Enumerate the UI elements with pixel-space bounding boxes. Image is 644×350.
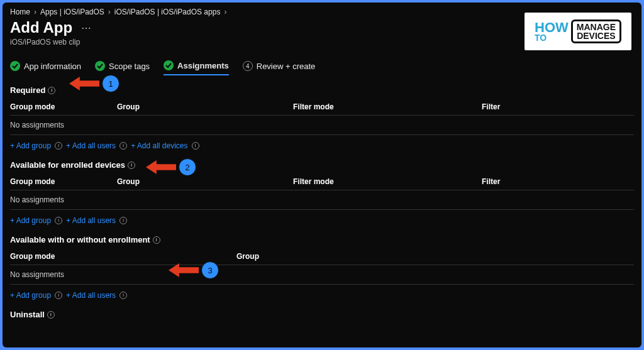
info-icon[interactable]: i [192, 142, 199, 150]
section-title-text: Available with or without enrollment [10, 235, 150, 244]
add-group-link[interactable]: + Add group [10, 141, 51, 150]
step-number-icon: 4 [243, 61, 253, 71]
no-assignments-text: No assignments [10, 270, 64, 279]
logo-manage-devices: MANAGEDEVICES [571, 19, 621, 43]
table-row-empty: No assignments [10, 265, 634, 285]
add-group-link[interactable]: + Add group [10, 291, 51, 300]
no-assignments-text: No assignments [10, 195, 64, 204]
step-scope-tags[interactable]: Scope tags [95, 60, 150, 75]
section-title-enrolled: Available for enrolled devices i [10, 160, 634, 170]
check-icon [164, 60, 174, 70]
header-group: Group [117, 102, 293, 111]
how-to-manage-devices-logo: HOWTO MANAGEDEVICES [525, 13, 631, 50]
step-label: Scope tags [109, 62, 150, 71]
chevron-right-icon: › [224, 8, 226, 16]
table-row-empty: No assignments [10, 190, 634, 210]
section-title-uninstall: Uninstall i [10, 310, 634, 319]
app-frame: Home › Apps | iOS/iPadOS › iOS/iPadOS | … [3, 3, 641, 347]
info-icon[interactable]: i [119, 292, 127, 299]
breadcrumb-apps[interactable]: Apps | iOS/iPadOS [40, 8, 104, 16]
header-filter-mode: Filter mode [293, 177, 482, 186]
breadcrumb-home[interactable]: Home [10, 8, 30, 16]
step-assignments[interactable]: Assignments [164, 60, 229, 75]
header-filter: Filter [482, 102, 634, 111]
section-title-text: Uninstall [10, 310, 45, 319]
add-all-users-link[interactable]: + Add all users [66, 216, 116, 225]
info-icon[interactable]: i [48, 87, 55, 94]
table-row-empty: No assignments [10, 116, 634, 135]
add-all-devices-link[interactable]: + Add all devices [131, 141, 187, 150]
actions-with-without: + Add group i + Add all users i [10, 291, 634, 300]
actions-enrolled: + Add group i + Add all users i [10, 216, 634, 225]
section-uninstall: Uninstall i [10, 310, 634, 319]
info-icon[interactable]: i [128, 161, 135, 169]
step-label: Assignments [177, 61, 229, 70]
chevron-right-icon: › [34, 8, 36, 16]
logo-how-to: HOWTO [535, 21, 569, 41]
table-headers-enrolled: Group mode Group Filter mode Filter [10, 177, 634, 190]
section-enrolled: Available for enrolled devices i Group m… [10, 160, 634, 225]
header-group: Group [117, 177, 293, 186]
step-app-information[interactable]: App information [10, 60, 81, 75]
info-icon[interactable]: i [55, 292, 62, 299]
info-icon[interactable]: i [47, 311, 55, 319]
section-required: Required i Group mode Group Filter mode … [10, 85, 634, 150]
section-title-text: Available for enrolled devices [10, 160, 125, 170]
chevron-right-icon: › [108, 8, 111, 16]
info-icon[interactable]: i [119, 217, 127, 224]
header-group: Group [236, 252, 634, 261]
info-icon[interactable]: i [55, 217, 62, 224]
info-icon[interactable]: i [55, 142, 62, 150]
section-title-with-without: Available with or without enrollment i [10, 235, 634, 244]
wizard-steps: App information Scope tags Assignments 4… [10, 60, 634, 75]
add-all-users-link[interactable]: + Add all users [66, 291, 116, 300]
actions-required: + Add group i + Add all users i + Add al… [10, 141, 634, 150]
check-icon [10, 61, 20, 71]
add-all-users-link[interactable]: + Add all users [66, 141, 116, 150]
add-group-link[interactable]: + Add group [10, 216, 51, 225]
breadcrumb-ios-apps[interactable]: iOS/iPadOS | iOS/iPadOS apps [114, 8, 221, 16]
page-title: Add App [10, 19, 72, 36]
info-icon[interactable]: i [119, 142, 127, 150]
header-filter: Filter [482, 177, 634, 186]
section-with-without: Available with or without enrollment i G… [10, 235, 634, 300]
header-group-mode: Group mode [10, 102, 117, 111]
info-icon[interactable]: i [153, 236, 160, 244]
section-title-text: Required [10, 85, 45, 95]
step-label: App information [24, 62, 81, 71]
table-headers-with-without: Group mode Group [10, 252, 634, 265]
more-menu-button[interactable]: ⋯ [79, 22, 94, 34]
header-filter-mode: Filter mode [293, 102, 482, 111]
step-review-create[interactable]: 4 Review + create [243, 60, 316, 75]
header-group-mode: Group mode [10, 177, 117, 186]
step-label: Review + create [257, 62, 316, 71]
header-group-mode: Group mode [10, 252, 236, 261]
section-title-required: Required i [10, 85, 634, 95]
table-headers-required: Group mode Group Filter mode Filter [10, 102, 634, 116]
check-icon [95, 61, 105, 71]
no-assignments-text: No assignments [10, 121, 64, 129]
